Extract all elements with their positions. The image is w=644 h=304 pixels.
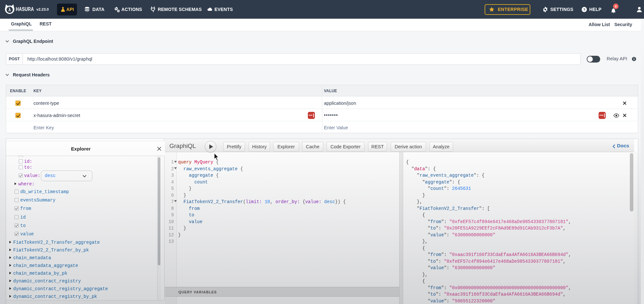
svg-text:λ: λ [8,7,11,12]
svg-text:?: ? [583,8,585,12]
